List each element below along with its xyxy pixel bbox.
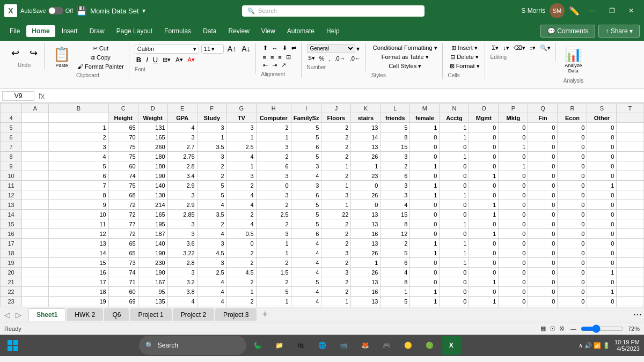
cell[interactable] — [22, 181, 49, 190]
cell[interactable]: 0 — [528, 268, 558, 277]
cell[interactable]: 0 — [528, 171, 558, 181]
cell[interactable] — [22, 239, 49, 248]
align-top-button[interactable]: ⬆ — [261, 44, 269, 52]
cell[interactable]: 1 — [587, 268, 617, 277]
cell[interactable]: 2.7 — [167, 142, 197, 152]
user-avatar[interactable]: SM — [550, 3, 565, 18]
cell[interactable]: 3 — [291, 161, 321, 171]
cell[interactable]: 5 — [380, 297, 410, 306]
cell[interactable]: 8 — [380, 277, 410, 287]
cell[interactable]: 5 — [291, 200, 321, 210]
cell[interactable]: 8 — [49, 190, 109, 200]
cell[interactable]: 0 — [499, 200, 528, 210]
cell[interactable]: 3.5 — [197, 142, 226, 152]
cell[interactable]: 4 — [291, 258, 321, 268]
cell[interactable]: 2 — [256, 277, 291, 287]
cell[interactable]: 0 — [499, 171, 528, 181]
taskbar-edge[interactable]: 🌐 — [313, 336, 332, 355]
cell[interactable]: 19 — [49, 297, 109, 306]
cell[interactable]: 5 — [291, 219, 321, 229]
cell[interactable]: 0 — [558, 248, 587, 258]
cell[interactable]: 73 — [108, 258, 138, 268]
cell[interactable]: 6 — [291, 142, 321, 152]
cell[interactable]: 0 — [499, 152, 528, 161]
menu-file[interactable]: File — [4, 25, 25, 37]
cell[interactable]: 5 — [380, 123, 410, 132]
cell[interactable]: 1 — [226, 287, 256, 297]
cell[interactable]: 1 — [256, 239, 291, 248]
cell[interactable]: friends — [380, 113, 410, 123]
cell[interactable]: 180 — [138, 152, 167, 161]
close-button[interactable]: ✕ — [623, 4, 640, 17]
cell[interactable]: 0 — [587, 200, 617, 210]
cell[interactable]: 0 — [558, 229, 587, 239]
font-color-button[interactable]: A▾ — [186, 56, 196, 64]
cell[interactable]: 2 — [256, 219, 291, 229]
cell[interactable]: 71 — [108, 277, 138, 287]
cell[interactable]: 190 — [138, 248, 167, 258]
cell[interactable]: 3 — [291, 181, 321, 190]
cell[interactable]: TV — [226, 113, 256, 123]
taskbar-firefox[interactable]: 🦊 — [356, 336, 375, 355]
cell[interactable]: 0 — [587, 258, 617, 268]
cell[interactable]: 95 — [138, 287, 167, 297]
cell[interactable]: 72 — [108, 210, 138, 219]
cell[interactable]: 0 — [469, 181, 499, 190]
number-format-select[interactable]: General — [307, 44, 355, 53]
cell[interactable]: 9 — [49, 200, 109, 210]
cell[interactable]: 65 — [108, 248, 138, 258]
cell[interactable]: 1 — [410, 287, 440, 297]
cell[interactable]: 1 — [469, 200, 499, 210]
align-bottom-button[interactable]: ⬇ — [281, 44, 289, 52]
cell[interactable]: 0 — [528, 219, 558, 229]
col-O[interactable]: O — [469, 104, 499, 113]
cell[interactable]: 0 — [440, 161, 469, 171]
decimal-increase-button[interactable]: .0→ — [333, 55, 347, 62]
cell[interactable]: Acctg — [440, 113, 469, 123]
col-R[interactable]: R — [558, 104, 587, 113]
cell[interactable]: 1 — [410, 297, 440, 306]
cell[interactable]: 0 — [558, 152, 587, 161]
cell[interactable]: 2 — [321, 152, 351, 161]
cell[interactable]: 2.8 — [167, 161, 197, 171]
cell[interactable] — [22, 113, 49, 123]
cell[interactable]: 3 — [197, 152, 226, 161]
cell[interactable]: 0 — [440, 142, 469, 152]
cell[interactable]: 0 — [410, 258, 440, 268]
cell[interactable]: 16 — [49, 268, 109, 277]
cell[interactable]: 0 — [499, 219, 528, 229]
cell[interactable] — [617, 239, 643, 248]
cell[interactable]: 15 — [49, 258, 109, 268]
cell[interactable]: 1 — [321, 200, 351, 210]
autosave-toggle[interactable] — [48, 7, 63, 14]
cell[interactable]: 167 — [138, 277, 167, 287]
cell[interactable]: Floors — [321, 113, 351, 123]
cell[interactable] — [22, 132, 49, 142]
cell[interactable]: 1 — [499, 142, 528, 152]
cell[interactable]: 8 — [380, 219, 410, 229]
cell[interactable]: 2.5 — [226, 142, 256, 152]
cell[interactable]: 2 — [321, 132, 351, 142]
cell[interactable]: 72 — [108, 200, 138, 210]
cell[interactable]: 0 — [558, 171, 587, 181]
cell[interactable]: 4 — [167, 123, 197, 132]
cell[interactable]: 2 — [380, 161, 410, 171]
sheet-menu-icon[interactable]: ⋯ — [633, 309, 642, 320]
cell[interactable]: 0 — [587, 190, 617, 200]
cell[interactable]: 0 — [410, 200, 440, 210]
cell[interactable]: 0 — [499, 181, 528, 190]
bold-button[interactable]: B — [135, 55, 143, 64]
cell[interactable]: 13 — [351, 277, 380, 287]
add-sheet-button[interactable]: + — [258, 308, 272, 321]
cell[interactable]: 12 — [380, 229, 410, 239]
cell[interactable]: 18 — [49, 287, 109, 297]
tab-next-button[interactable]: ▷ — [13, 309, 24, 320]
cell[interactable]: 2 — [226, 297, 256, 306]
cell[interactable]: 5 — [291, 210, 321, 219]
cell[interactable]: 0 — [558, 268, 587, 277]
cell[interactable]: 74 — [108, 268, 138, 277]
cell[interactable] — [22, 190, 49, 200]
cell[interactable]: 2 — [49, 132, 109, 142]
cell[interactable]: 0 — [440, 171, 469, 181]
cell[interactable]: Econ — [558, 113, 587, 123]
